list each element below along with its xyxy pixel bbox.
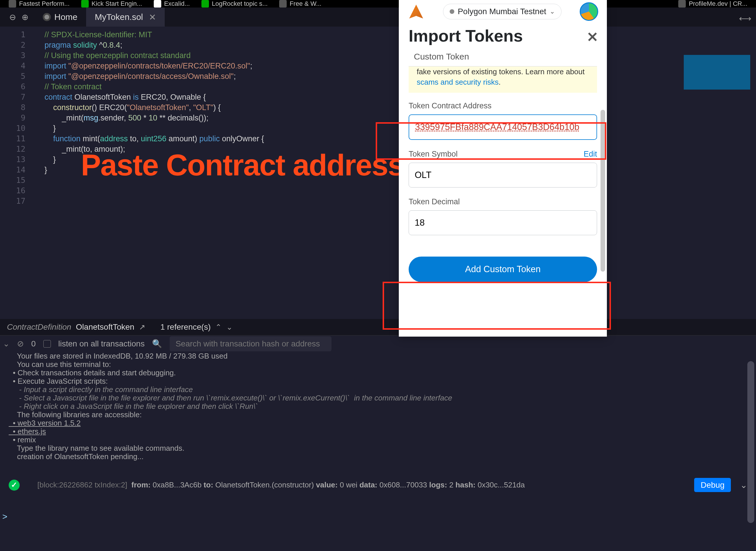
code-editor[interactable]: 1234567891011121314151617 // SPDX-Licens… <box>0 27 756 319</box>
decimal-label: Token Decimal <box>409 197 597 206</box>
breadcrumb-type: ContractDefinition <box>7 323 71 332</box>
listen-label: listen on all transactions <box>58 339 145 349</box>
tab-bar: ⊖ ⊕ Home MyToken.sol ✕ ⟷ <box>0 8 756 27</box>
home-icon <box>43 13 51 21</box>
bookmark-icon <box>279 0 287 8</box>
bookmark-item[interactable]: Kick Start Engin... <box>81 0 142 8</box>
bookmark-icon <box>154 0 161 8</box>
terminal-prompt[interactable]: > <box>2 512 8 521</box>
network-status-dot <box>450 9 454 14</box>
check-icon: ✓ <box>9 480 20 491</box>
references-count[interactable]: 1 reference(s) <box>160 323 211 332</box>
tab-custom-token[interactable]: Custom Token <box>409 47 474 66</box>
address-label: Token Contract Address <box>409 101 597 110</box>
import-tabs: Custom Token <box>409 47 597 66</box>
metamask-fox-icon[interactable] <box>407 3 425 20</box>
add-custom-token-button[interactable]: Add Custom Token <box>409 256 597 282</box>
share-icon[interactable]: ↗ <box>139 323 145 332</box>
chevron-down-icon: ⌄ <box>550 8 555 15</box>
popup-title: Import Tokens <box>409 26 597 45</box>
debug-button[interactable]: Debug <box>694 478 731 492</box>
chevron-icon[interactable]: ⌄ <box>3 339 10 349</box>
bookmark-label: ProfileMe.dev | CR... <box>689 0 747 8</box>
chevron-down-icon[interactable]: ⌄ <box>740 481 747 489</box>
bookmark-icon <box>81 0 89 8</box>
token-symbol-input[interactable] <box>409 163 597 187</box>
annotation-highlight <box>383 282 611 330</box>
bookmark-label: Kick Start Engin... <box>92 0 142 8</box>
search-icon[interactable]: 🔍 <box>152 339 162 349</box>
close-icon[interactable]: ✕ <box>587 29 598 45</box>
bookmark-label: Excalid... <box>164 0 190 8</box>
account-avatar[interactable] <box>580 2 598 21</box>
tab-file[interactable]: MyToken.sol ✕ <box>86 8 165 27</box>
metamask-body: Import Tokens ✕ Custom Token fake versio… <box>399 23 607 337</box>
chevron-up-icon[interactable]: ⌃ <box>215 323 222 332</box>
transaction-search-input[interactable]: Search with transaction hash or address <box>169 336 332 351</box>
tab-label: Home <box>54 12 77 22</box>
bookmark-label: Fastest Perform... <box>19 0 70 8</box>
bookmark-item[interactable]: Fastest Perform... <box>9 0 70 8</box>
close-icon[interactable]: ✕ <box>149 12 156 22</box>
bookmark-item[interactable]: Excalid... <box>154 0 190 8</box>
warning-banner: fake versions of existing tokens. Learn … <box>409 66 597 93</box>
zoom-in-icon[interactable]: ⊕ <box>22 12 28 22</box>
terminal[interactable]: Your files are stored in IndexedDB, 10.9… <box>0 352 756 525</box>
token-decimal-input[interactable] <box>409 210 597 235</box>
breadcrumb-bar: ContractDefinition OlanetsoftToken ↗ 1 r… <box>0 319 756 335</box>
transaction-row[interactable]: ✓ [block:26226862 txIndex:2] from: 0xa8B… <box>9 472 747 498</box>
bookmark-label: Free & W... <box>290 0 321 8</box>
gutter: 1234567891011121314151617 <box>0 27 32 319</box>
zoom-out-icon[interactable]: ⊖ <box>9 12 16 22</box>
bookmark-item[interactable]: ProfileMe.dev | CR... <box>678 0 747 8</box>
scrollbar[interactable] <box>747 361 754 523</box>
network-selector[interactable]: Polygon Mumbai Testnet ⌄ <box>443 4 561 19</box>
transaction-text: [block:26226862 txIndex:2] from: 0xa8B..… <box>25 472 689 498</box>
listen-checkbox[interactable] <box>43 340 51 348</box>
zoom-controls: ⊖ ⊕ <box>3 12 34 22</box>
tab-label: MyToken.sol <box>95 12 143 22</box>
bookmark-icon <box>678 0 686 8</box>
bookmark-icon <box>9 0 16 8</box>
network-label: Polygon Mumbai Testnet <box>458 7 546 16</box>
annotation-highlight <box>376 122 606 160</box>
block-icon[interactable]: ⊘ <box>17 339 24 349</box>
tab-home[interactable]: Home <box>34 8 86 27</box>
breadcrumb-name: OlanetsoftToken <box>76 323 134 332</box>
expand-icon[interactable]: ⟷ <box>739 13 751 23</box>
bookmarks-bar: Fastest Perform... Kick Start Engin... E… <box>0 0 756 8</box>
chevron-down-icon[interactable]: ⌄ <box>226 323 233 332</box>
bookmark-item[interactable]: LogRocket topic s... <box>202 0 268 8</box>
bookmark-icon <box>202 0 209 8</box>
bookmark-item[interactable]: Free & W... <box>279 0 321 8</box>
annotation-text: Paste Contract address <box>81 148 404 182</box>
bookmark-label: LogRocket topic s... <box>212 0 268 8</box>
pending-count: 0 <box>31 339 36 349</box>
metamask-popup: Polygon Mumbai Testnet ⌄ Import Tokens ✕… <box>399 0 607 337</box>
metamask-header: Polygon Mumbai Testnet ⌄ <box>399 0 607 23</box>
debug-bar: ⌄ ⊘ 0 listen on all transactions 🔍 Searc… <box>0 335 756 352</box>
scams-link[interactable]: scams and security risks <box>417 78 498 86</box>
